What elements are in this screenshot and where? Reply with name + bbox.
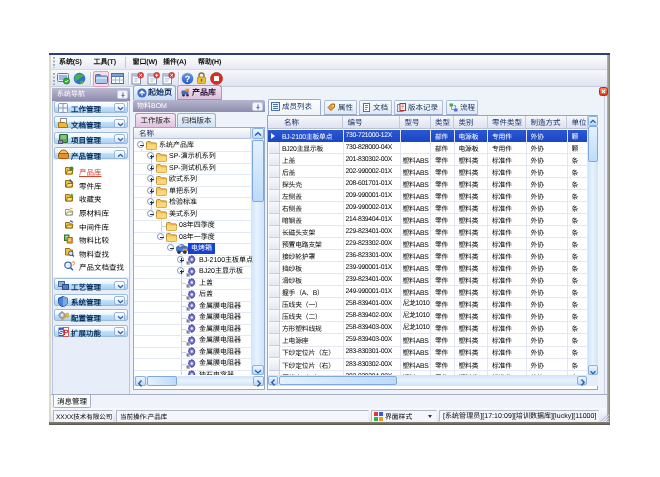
- svg-text:P: P: [63, 327, 68, 336]
- svg-text:?: ?: [185, 74, 191, 84]
